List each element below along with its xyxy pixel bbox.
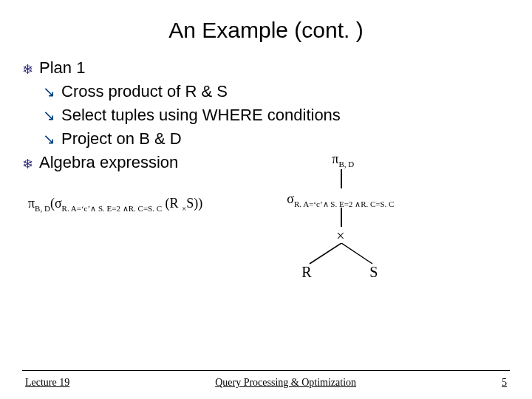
tree-leaf-r: R <box>301 264 311 281</box>
slide-body: ❄ Plan 1 ↘ Cross product of R & S ↘ Sele… <box>0 49 532 174</box>
tree-sigma: σ <box>287 191 294 206</box>
bullet-plan: ❄ Plan 1 <box>22 56 510 80</box>
tree-cond-b: S. E=2 <box>329 200 355 208</box>
footer-left: Lecture 19 <box>25 377 69 389</box>
pi-symbol: π <box>28 196 35 211</box>
tree-branches <box>299 243 387 265</box>
bullet-cross: ↘ Cross product of R & S <box>22 80 510 103</box>
and-1: ∧ <box>90 204 96 213</box>
tree-and-1: ∧ <box>323 200 329 208</box>
cond-b: S. E=2 <box>96 204 123 213</box>
svg-line-1 <box>341 243 372 264</box>
tree-pi-node: πB, D <box>332 151 354 168</box>
bullet-select: ↘ Select tuples using WHERE conditions <box>22 103 510 127</box>
bullet-plan-text: Plan 1 <box>39 56 85 80</box>
tree-pi-sub: B, D <box>338 160 354 168</box>
arrow-icon: ↘ <box>43 84 55 99</box>
and-2: ∧ <box>123 204 129 213</box>
pi-subscript: B, D <box>35 204 50 213</box>
snowflake-icon: ❄ <box>22 157 33 171</box>
tree-sigma-node: σR. A=‘c’∧ S. E=2 ∧R. C=S. C <box>287 191 394 209</box>
arrow-icon: ↘ <box>43 108 55 123</box>
tree-cond-c: R. C=S. C <box>361 200 394 208</box>
sigma-symbol: σ <box>55 196 62 211</box>
tree-edge <box>341 169 342 188</box>
tree-cond-a: R. A=‘c’ <box>294 200 323 208</box>
bullet-algebra-text: Algebra expression <box>39 151 178 174</box>
tree-pi: π <box>332 151 338 166</box>
bullet-select-text: Select tuples using WHERE conditions <box>61 103 341 127</box>
bullet-cross-text: Cross product of R & S <box>61 80 228 103</box>
snowflake-icon: ❄ <box>22 63 33 76</box>
formula-row: πB, D(σR. A=‘c’∧ S. E=2 ∧R. C=S. C (R ×S… <box>0 174 532 321</box>
cond-c: R. C=S. C <box>129 204 162 213</box>
tree-cross: × <box>336 228 344 244</box>
expression-tree: πB, D σR. A=‘c’∧ S. E=2 ∧R. C=S. C × R S <box>247 188 439 321</box>
tree-cross-node: × <box>336 228 344 245</box>
bullet-project: ↘ Project on B & D <box>22 127 510 151</box>
slide-title: An Example (cont. ) <box>0 0 532 49</box>
bullet-algebra: ❄ Algebra expression <box>22 151 510 174</box>
footer-center: Query Processing & Optimization <box>215 377 356 389</box>
footer-right: 5 <box>502 377 507 389</box>
algebra-expression-inline: πB, D(σR. A=‘c’∧ S. E=2 ∧R. C=S. C (R ×S… <box>28 188 202 214</box>
cond-a: R. A=‘c’ <box>62 204 91 213</box>
svg-line-0 <box>310 243 341 264</box>
tree-and-2: ∧ <box>355 200 361 208</box>
inner-text: (R <box>162 196 182 211</box>
arrow-icon: ↘ <box>43 132 55 146</box>
tree-edge <box>341 208 342 227</box>
tree-leaf-s: S <box>369 264 378 281</box>
bullet-project-text: Project on B & D <box>61 127 182 151</box>
footer-divider <box>22 370 510 371</box>
slide-footer: Lecture 19 Query Processing & Optimizati… <box>0 377 532 389</box>
close-outer: S)) <box>186 196 202 211</box>
